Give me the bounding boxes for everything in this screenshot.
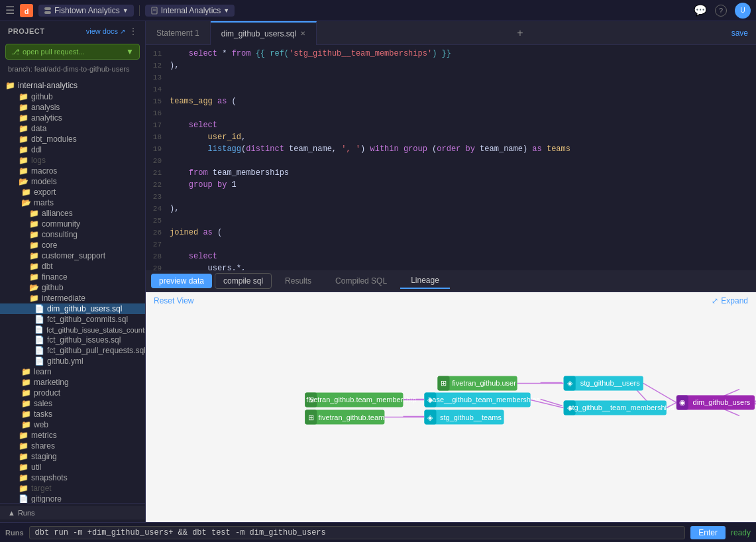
tree-item-dbt-modules[interactable]: 📁 dbt_modules	[0, 134, 145, 144]
chevron-down-icon2: ▼	[223, 7, 229, 14]
sidebar-header: Project view docs ↗ ⋮	[0, 21, 145, 41]
node-dim-github-users[interactable]: ◉ dim_github_users	[676, 395, 755, 409]
code-line-19: 19 listagg(distinct team_name, ', ') wit…	[146, 143, 756, 155]
add-tab-button[interactable]: +	[509, 27, 531, 39]
lineage-diagram[interactable]: ⊞ fivetran_github.team_membership ⊞ five…	[146, 309, 756, 515]
tree-item-dim-github-users[interactable]: 📄 dim_github_users.sql	[0, 303, 145, 314]
tree-item-learn[interactable]: 📁 learn	[0, 366, 145, 377]
hamburger-icon[interactable]: ☰	[5, 4, 15, 17]
tree-item-gitignore[interactable]: 📄 gitignore	[0, 494, 145, 503]
tree-item-community[interactable]: 📁 community	[0, 219, 145, 229]
tree-item-fct-pull-requests[interactable]: 📄 fct_github_pull_requests.sql	[0, 345, 145, 356]
tree-item-export[interactable]: 📁 export	[0, 187, 145, 197]
tree-item-logs[interactable]: 📁 logs	[0, 155, 145, 166]
runs-enter-button[interactable]: Enter	[690, 526, 726, 539]
svg-text:◈: ◈	[427, 413, 433, 421]
bottom-tabs: preview data compile sql Results Compile…	[146, 270, 756, 292]
tree-item-alliances[interactable]: 📁 alliances	[0, 208, 145, 219]
svg-rect-2	[44, 7, 51, 10]
code-line-28: 28 select	[146, 250, 756, 262]
tree-item-web[interactable]: 📁 web	[0, 419, 145, 430]
sql-file-icon: 📄	[34, 325, 44, 334]
preview-data-button[interactable]: preview data	[151, 274, 212, 288]
node-stg-team-memberships[interactable]: ◈ stg_github__team_memberships	[564, 400, 675, 415]
help-icon[interactable]: ?	[715, 5, 727, 17]
user-avatar[interactable]: U	[735, 3, 751, 19]
tab-dim-github-users[interactable]: dim_github_users.sql ✕	[211, 21, 317, 45]
chevron-down-icon: ▼	[123, 7, 129, 14]
compiled-sql-tab[interactable]: Compiled SQL	[325, 274, 398, 288]
tree-root-internal-analytics[interactable]: 📁 internal-analytics	[0, 80, 145, 91]
results-tab[interactable]: Results	[274, 274, 322, 288]
tree-item-github-mart[interactable]: 📂 github	[0, 282, 145, 293]
node-stg-github-teams[interactable]: ◈ stg_github__teams	[424, 409, 504, 424]
tab-statement1[interactable]: Statement 1	[146, 21, 211, 45]
view-docs-link[interactable]: view docs ↗	[86, 27, 125, 35]
tree-item-data[interactable]: 📁 data	[0, 123, 145, 134]
runs-toggle[interactable]: ▲ Runs	[0, 506, 145, 519]
svg-rect-3	[44, 11, 51, 14]
tree-item-sales[interactable]: 📁 sales	[0, 398, 145, 409]
tree-item-consulting[interactable]: 📁 consulting	[0, 229, 145, 240]
tree-item-analysis[interactable]: 📁 analysis	[0, 102, 145, 113]
chat-icon[interactable]: 💬	[694, 4, 707, 17]
pull-request-arrow-icon: ▼	[126, 47, 134, 56]
reset-view-button[interactable]: Reset View	[154, 296, 193, 305]
tree-item-finance[interactable]: 📁 finance	[0, 272, 145, 282]
code-editor[interactable]: 11 select * from {{ ref('stg_github__tea…	[146, 45, 756, 270]
node-fivetran-user[interactable]: ⊞ fivetran_github.user	[437, 376, 517, 390]
tree-item-dbt[interactable]: 📁 dbt	[0, 261, 145, 272]
node-base-team-memberships[interactable]: ◈ base__github_team_memberships	[424, 392, 540, 407]
folder-icon: 📁	[19, 441, 28, 451]
tree-item-github-yml[interactable]: 📄 github.yml	[0, 356, 145, 366]
svg-text:◈: ◈	[567, 379, 573, 387]
lineage-toolbar: Reset View ⤢ Expand	[146, 292, 756, 309]
tree-item-models[interactable]: 📂 models	[0, 176, 145, 187]
runs-bar: Runs Enter ready	[0, 522, 756, 542]
internal-analytics-selector[interactable]: Internal Analytics ▼	[145, 5, 235, 17]
tree-item-metrics[interactable]: 📁 metrics	[0, 430, 145, 441]
compile-sql-button[interactable]: compile sql	[215, 273, 272, 289]
node-stg-github-users[interactable]: ◈ stg_github__users	[564, 376, 643, 390]
folder-icon: 📁	[29, 230, 39, 239]
fishtown-analytics-selector[interactable]: Fishtown Analytics ▼	[38, 5, 134, 17]
tree-item-ddl[interactable]: 📁 ddl	[0, 144, 145, 155]
lineage-svg: ⊞ fivetran_github.team_membership ⊞ five…	[146, 309, 756, 515]
save-button[interactable]: save	[724, 26, 756, 40]
pull-request-bar[interactable]: ⎇ open pull request... ▼	[5, 44, 140, 60]
tree-item-marts[interactable]: 📂 marts	[0, 197, 145, 208]
expand-icon: ⤢	[712, 296, 718, 305]
tree-item-tasks[interactable]: 📁 tasks	[0, 409, 145, 419]
branch-info: branch: feat/add-dims-to-github-users	[0, 62, 145, 77]
folder-icon: 📁	[21, 367, 31, 376]
folder-icon: 📁	[21, 409, 31, 419]
folder-icon: 📁	[21, 388, 31, 398]
node-fivetran-team[interactable]: ⊞ fivetran_github.team	[305, 409, 384, 424]
tree-item-intermediate[interactable]: 📁 intermediate	[0, 293, 145, 303]
tree-item-macros[interactable]: 📁 macros	[0, 166, 145, 176]
tree-item-product[interactable]: 📁 product	[0, 388, 145, 398]
sidebar-menu-icon[interactable]: ⋮	[129, 27, 137, 36]
expand-button[interactable]: ⤢ Expand	[712, 296, 748, 305]
tree-item-util[interactable]: 📁 util	[0, 462, 145, 472]
svg-text:base__github_team_memberships: base__github_team_memberships	[428, 396, 540, 404]
folder-icon: 📁	[21, 378, 31, 387]
tree-item-customer-support[interactable]: 📁 customer_support	[0, 250, 145, 261]
tree-item-fct-issue-status[interactable]: 📄 fct_github_issue_status_counts.sql	[0, 325, 145, 335]
tree-item-analytics[interactable]: 📁 analytics	[0, 113, 145, 123]
tree-item-marketing[interactable]: 📁 marketing	[0, 377, 145, 388]
tree-item-target[interactable]: 📁 target	[0, 483, 145, 494]
tree-item-fct-issues[interactable]: 📄 fct_github_issues.sql	[0, 335, 145, 345]
tree-item-shares[interactable]: 📁 shares	[0, 441, 145, 451]
tab-close-icon[interactable]: ✕	[300, 30, 305, 37]
lineage-tab[interactable]: Lineage	[400, 273, 450, 289]
runs-label: Runs	[18, 509, 35, 517]
tree-item-core[interactable]: 📁 core	[0, 240, 145, 250]
runs-command-input[interactable]	[29, 526, 686, 539]
tree-item-staging[interactable]: 📁 staging	[0, 451, 145, 462]
tree-item-snapshots[interactable]: 📁 snapshots	[0, 472, 145, 483]
tree-item-fct-commits[interactable]: 📄 fct_github_commits.sql	[0, 314, 145, 325]
node-fivetran-team-membership[interactable]: ⊞ fivetran_github.team_membership	[305, 392, 416, 407]
branch-icon: ⎇	[11, 48, 20, 56]
tree-item-github[interactable]: 📁 github	[0, 91, 145, 102]
